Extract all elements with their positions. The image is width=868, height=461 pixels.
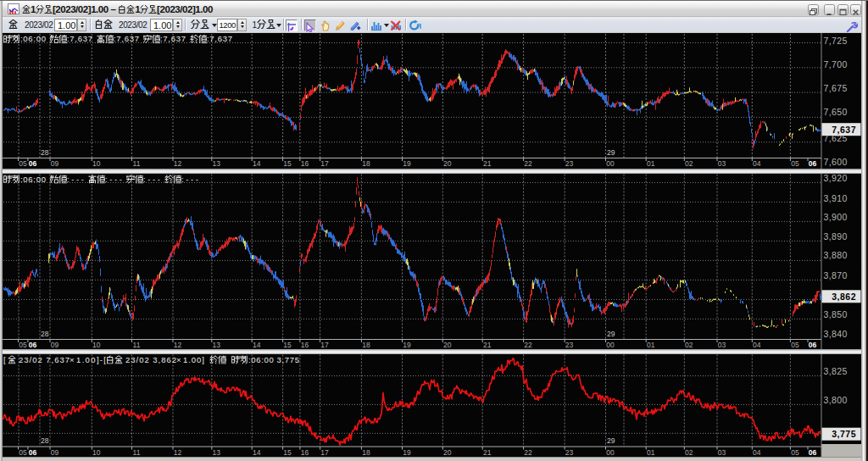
svg-text::7,637: :7,637 (114, 34, 139, 43)
svg-text:13: 13 (213, 341, 221, 349)
svg-text:28: 28 (41, 330, 49, 338)
svg-text:14: 14 (253, 341, 261, 349)
svg-text:09: 09 (51, 448, 59, 457)
svg-text:05: 05 (791, 448, 799, 457)
svg-text:03: 03 (718, 448, 726, 457)
svg-text:3,825: 3,825 (824, 366, 848, 376)
svg-text:17: 17 (320, 159, 329, 168)
svg-text:00: 00 (606, 341, 615, 349)
svg-text:R: R (417, 22, 422, 31)
svg-text:12: 12 (174, 341, 182, 349)
svg-text:21: 21 (483, 159, 492, 168)
svg-text:05: 05 (19, 159, 27, 168)
svg-text:15: 15 (283, 159, 292, 168)
svg-text:28: 28 (41, 148, 49, 157)
svg-text:02: 02 (685, 341, 693, 349)
svg-text:06: 06 (809, 448, 817, 457)
svg-text:09: 09 (51, 159, 59, 168)
svg-text:18: 18 (362, 341, 370, 349)
svg-text:20: 20 (443, 448, 452, 457)
svg-text:23/02 3,862: 23/02 3,862 (125, 355, 176, 364)
svg-text::7,637: :7,637 (160, 34, 186, 43)
svg-text:20: 20 (443, 341, 452, 349)
svg-text:3,900: 3,900 (824, 212, 848, 222)
svg-text:3,910: 3,910 (824, 193, 848, 203)
svg-text:23: 23 (565, 159, 574, 168)
svg-text:02: 02 (685, 159, 693, 168)
svg-text:3,775: 3,775 (832, 429, 856, 439)
svg-text:01: 01 (647, 159, 655, 168)
svg-text:04: 04 (753, 341, 761, 349)
svg-text:10: 10 (92, 448, 101, 457)
svg-text:21: 21 (483, 448, 492, 457)
svg-text:04: 04 (753, 448, 761, 457)
svg-text:11: 11 (133, 341, 141, 349)
svg-text:7,637: 7,637 (832, 125, 856, 135)
svg-text:23: 23 (565, 341, 574, 349)
svg-text:22: 22 (524, 341, 532, 349)
svg-text:06: 06 (29, 341, 37, 349)
svg-text:14: 14 (253, 448, 261, 457)
svg-text:01: 01 (647, 448, 655, 457)
svg-text:05: 05 (19, 448, 27, 457)
svg-text:7,650: 7,650 (824, 107, 848, 117)
svg-text:22: 22 (524, 448, 532, 457)
svg-text:1.00]: 1.00] (183, 355, 204, 364)
svg-text::7,637: :7,637 (67, 34, 92, 43)
svg-text:7,725: 7,725 (824, 36, 848, 46)
svg-text:3,890: 3,890 (824, 231, 848, 242)
svg-text:01: 01 (647, 341, 655, 349)
svg-text:09: 09 (51, 341, 59, 349)
svg-text:17: 17 (320, 448, 329, 457)
svg-text:19: 19 (403, 159, 411, 168)
svg-text:21: 21 (483, 341, 492, 349)
svg-text:3,862: 3,862 (832, 292, 856, 302)
svg-text:17: 17 (320, 341, 329, 349)
svg-text:00: 00 (606, 448, 615, 457)
svg-text:13: 13 (213, 448, 221, 457)
svg-text:12: 12 (174, 448, 182, 457)
svg-text:03: 03 (718, 341, 726, 349)
svg-text:10: 10 (92, 159, 101, 168)
svg-text:7,700: 7,700 (824, 59, 848, 69)
svg-text:3,920: 3,920 (824, 173, 848, 183)
svg-text:11: 11 (133, 159, 141, 168)
svg-text:×: × (70, 355, 75, 364)
svg-text:28: 28 (41, 436, 49, 445)
svg-text:23/02 7,637: 23/02 7,637 (19, 355, 70, 364)
svg-text:23: 23 (565, 448, 574, 457)
svg-text:[: [ (3, 355, 6, 364)
svg-text:7,675: 7,675 (824, 83, 848, 93)
svg-text:3,870: 3,870 (824, 270, 848, 280)
svg-text:04: 04 (753, 159, 761, 168)
svg-text:15: 15 (283, 341, 292, 349)
svg-text::7,637: :7,637 (207, 34, 232, 43)
svg-text:11: 11 (133, 448, 141, 457)
svg-text:06: 06 (29, 448, 37, 457)
svg-text::06:00 3,775: :06:00 3,775 (248, 355, 299, 364)
svg-text::06:00: :06:00 (20, 175, 46, 184)
svg-text:29: 29 (607, 436, 615, 445)
svg-text:16: 16 (301, 159, 309, 168)
svg-text:05: 05 (791, 341, 799, 349)
svg-text:16: 16 (301, 448, 309, 457)
svg-text:20: 20 (443, 159, 452, 168)
svg-text:3,850: 3,850 (824, 309, 848, 319)
svg-text:14: 14 (253, 159, 261, 168)
svg-text:00: 00 (606, 159, 615, 168)
svg-text:18: 18 (362, 159, 370, 168)
svg-text:02: 02 (685, 448, 693, 457)
svg-text:3,880: 3,880 (824, 250, 848, 260)
svg-text:05: 05 (791, 159, 799, 168)
svg-text:06: 06 (29, 159, 37, 168)
svg-text:×: × (176, 355, 181, 364)
svg-text:29: 29 (607, 330, 615, 338)
svg-text:06: 06 (809, 159, 817, 168)
svg-text:29: 29 (607, 148, 615, 157)
svg-text:06: 06 (809, 341, 817, 349)
svg-text:7,600: 7,600 (824, 157, 848, 167)
svg-text:19: 19 (403, 341, 411, 349)
svg-text:3,840: 3,840 (824, 329, 848, 339)
svg-text:12: 12 (174, 159, 182, 168)
svg-text:22: 22 (524, 159, 532, 168)
